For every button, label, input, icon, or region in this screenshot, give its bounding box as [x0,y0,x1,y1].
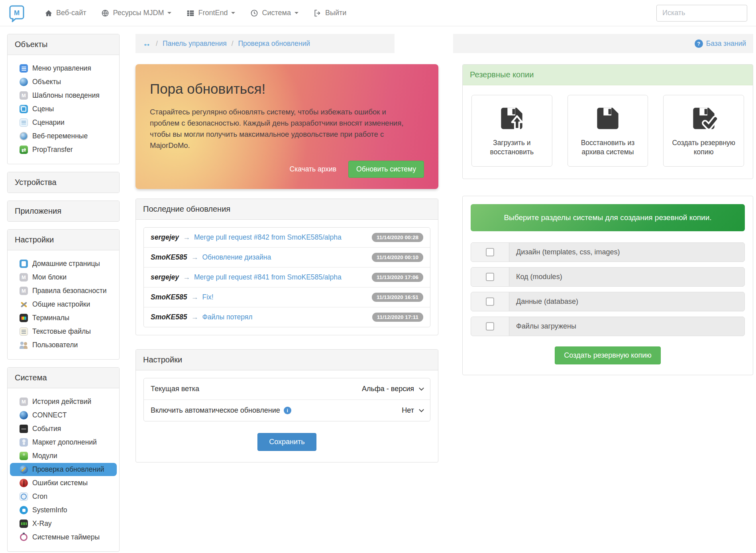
save-button[interactable]: Сохранить [257,433,316,451]
question-icon: ? [695,39,703,48]
scenes-icon [20,105,28,113]
nav-item-system[interactable]: Система [250,9,298,17]
sidebar-item-modules[interactable]: Модули [10,449,117,462]
banner-text: Старайтесь регулярно обновлять систему, … [150,106,413,151]
sidebar-item-home-pages[interactable]: Домашние страницы [10,257,117,270]
backup-option-design-checkbox[interactable] [486,248,494,256]
arrow-right-icon: → [183,273,190,281]
breadcrumb-control-panel[interactable]: Панель управления [163,39,227,48]
update-system-button[interactable]: Обновить систему [348,161,424,178]
sidebar-section-system-header[interactable]: Система [8,368,119,388]
update-link[interactable]: Merge pull request #842 from SmoKE585/al… [194,233,342,242]
sidebar-item-general-settings[interactable]: Общие настройки [10,298,117,311]
update-link[interactable]: Файлы потерял [202,313,252,321]
update-author: SmoKE585 [151,253,187,262]
sidebar-item-update-check[interactable]: Проверка обновлений [10,463,117,476]
update-author: sergejey [151,233,179,242]
sidebar-section-devices: Устройства [7,172,120,193]
sidebar-item-text-files[interactable]: Текстовые файлы [10,325,117,338]
sidebar-item-cron[interactable]: Cron [10,490,117,503]
breadcrumb-update-check[interactable]: Проверка обновлений [238,39,310,48]
sidebar-item-control-menu[interactable]: Меню управления [10,62,117,75]
card-label: Загрузить и восстановить [477,138,547,157]
backup-select-alert: Выберите разделы системы для создания ре… [471,204,745,231]
setting-row-branch: Текущая ветка Альфа - версия [144,378,430,400]
sidebar-item-behavior-templates[interactable]: Шаблоны поведения [10,89,117,102]
search-input[interactable] [656,5,747,22]
update-link[interactable]: Fix! [202,293,213,301]
sidebar-item-addons-market[interactable]: Маркет дополнений [10,436,117,449]
majordomo-icon [20,273,28,281]
sidebar-item-web-variables[interactable]: Веб-переменные [10,130,117,143]
nav-item-website[interactable]: Веб-сайт [45,9,86,17]
floppy-upload-icon [499,106,524,131]
swap-arrows-icon[interactable]: ↔ [143,39,151,48]
create-backup-card[interactable]: Создать резервную копию [663,95,744,167]
sidebar-section-settings-header[interactable]: Настройки [8,230,119,250]
puzzle-icon [20,452,28,460]
sidebar-item-proptransfer[interactable]: PropTransfer [10,143,117,156]
sidebar-item-system-errors[interactable]: Ошибки системы [10,476,117,490]
sidebar-item-x-ray[interactable]: X-Ray [10,517,117,530]
majordomo-icon [20,287,28,295]
upload-restore-card[interactable]: Загрузить и восстановить [471,95,552,167]
sidebar-item-systeminfo[interactable]: SystemInfo [10,504,117,517]
update-link[interactable]: Merge pull request #841 from SmoKE585/al… [194,273,342,281]
sidebar-item-my-blocks[interactable]: Мои блоки [10,271,117,284]
backup-option-files-checkbox[interactable] [486,322,494,331]
sidebar-item-security-rules[interactable]: Правила безопасности [10,284,117,297]
backup-option-code-checkbox[interactable] [486,273,494,281]
transfer-icon [20,146,28,154]
sidebar-item-events[interactable]: События [10,422,117,435]
svg-text:M: M [14,9,20,17]
nav-item-frontend[interactable]: FrontEnd [187,9,235,17]
globe-icon [101,9,109,17]
sidebar: Объекты Меню управления Объекты Шаблоны … [7,34,120,553]
market-icon [20,438,28,447]
nav-item-resources-mjdm[interactable]: Ресурсы MJDM [101,9,171,17]
sidebar-item-system-timers[interactable]: Системные таймеры [10,531,117,544]
chevron-down-icon [295,12,298,16]
card-label: Создать резервную копию [668,138,739,157]
update-link[interactable]: Обновление дизайна [202,253,271,262]
knowledge-base-bar: ? База знаний [453,34,753,53]
backup-option-data-checkbox[interactable] [486,297,494,306]
branch-select[interactable]: Альфа - версия [362,385,423,393]
download-archive-link[interactable]: Скачать архив [290,165,337,173]
sidebar-section-objects-header[interactable]: Объекты [8,34,119,55]
autoupdate-select[interactable]: Нет [402,406,423,415]
info-icon[interactable]: i [284,407,291,414]
control-menu-icon [20,64,28,73]
backup-option-data: Данные (database) [471,292,745,311]
restore-from-archive-card[interactable]: Восстановить из архива системы [567,95,648,167]
settings-panel: Настройки Текущая ветка Альфа - версия [135,349,438,462]
sidebar-item-users[interactable]: Пользователи [10,338,117,352]
banner-title: Пора обновиться! [150,81,424,97]
update-row: SmoKE585 → Fix! 11/13/2020 16:51 [144,287,430,307]
create-backup-button[interactable]: Создать резервную копию [555,346,661,364]
breadcrumb-row: ↔ / Панель управления / Проверка обновле… [135,34,753,53]
document-icon [20,260,28,268]
nav-item-logout[interactable]: Выйти [314,9,346,17]
knowledge-base-link[interactable]: База знаний [706,39,746,48]
sidebar-item-objects[interactable]: Объекты [10,75,117,89]
backup-option-design: Дизайн (templates, css, images) [471,242,745,262]
sidebar-section-applications-header[interactable]: Приложения [8,201,119,221]
update-author: sergejey [151,273,179,281]
update-row: sergejey → Merge pull request #841 from … [144,268,430,287]
backups-panel-title: Резервные копии [463,65,753,85]
sidebar-item-terminals[interactable]: Терминалы [10,311,117,325]
sidebar-item-action-history[interactable]: История действий [10,395,117,408]
users-icon [20,341,28,349]
sidebar-section-objects: Объекты Меню управления Объекты Шаблоны … [7,34,120,164]
majordomo-logo[interactable]: M [9,4,25,22]
autoupdate-select-value: Нет [402,406,414,415]
chevron-down-icon [231,12,235,16]
sidebar-item-scenarios[interactable]: Сценарии [10,116,117,129]
sidebar-item-scenes[interactable]: Сцены [10,102,117,116]
sidebar-section-settings: Настройки Домашние страницы Мои блоки Пр… [7,229,120,360]
sidebar-section-devices-header[interactable]: Устройства [8,172,119,193]
sidebar-item-connect[interactable]: CONNECT [10,409,117,422]
backups-panel: Резервные копии Загру [462,64,753,179]
update-row: sergejey → Merge pull request #842 from … [144,228,430,248]
